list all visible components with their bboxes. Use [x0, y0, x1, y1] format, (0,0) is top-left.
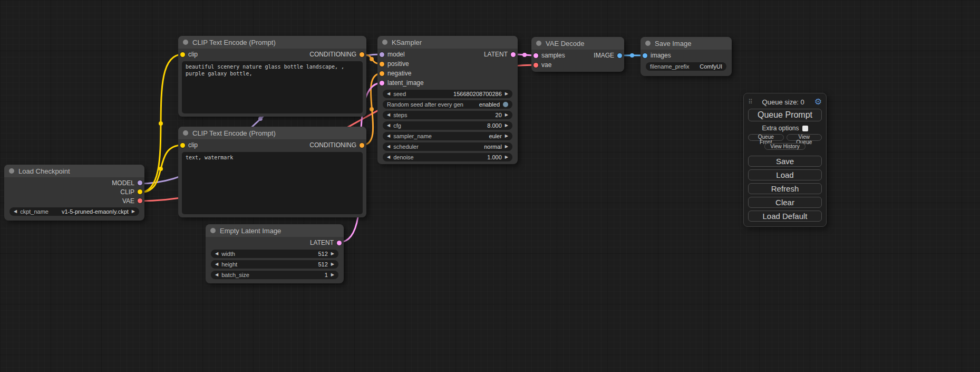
output-port-model[interactable]: [138, 180, 142, 185]
output-port-conditioning[interactable]: [360, 52, 364, 57]
node-title: Save Image: [655, 40, 691, 47]
node-ksampler[interactable]: KSampler model LATENT positive: [377, 36, 518, 164]
wire-midpoint-dot: [630, 53, 634, 58]
widget-random-seed-toggle[interactable]: Random seed after every gen enabled: [383, 100, 512, 109]
widget-seed[interactable]: ◀ seed 156680208700286 ▶: [383, 90, 512, 98]
collapse-dot-icon[interactable]: [382, 40, 387, 45]
collapse-dot-icon[interactable]: [536, 41, 541, 46]
arrow-left-icon[interactable]: ◀: [215, 262, 218, 266]
arrow-right-icon[interactable]: ▶: [505, 123, 508, 128]
arrow-right-icon[interactable]: ▶: [331, 252, 334, 256]
node-title-bar[interactable]: CLIP Text Encode (Prompt): [178, 127, 366, 139]
refresh-button[interactable]: Refresh: [748, 183, 822, 194]
load-default-button[interactable]: Load Default: [748, 211, 822, 222]
arrow-left-icon[interactable]: ◀: [387, 145, 390, 149]
arrow-left-icon[interactable]: ◀: [14, 209, 17, 214]
queue-size-label: Queue size: 0: [752, 98, 814, 106]
output-port-latent[interactable]: [511, 52, 516, 57]
arrow-right-icon[interactable]: ▶: [505, 92, 508, 96]
input-label-latent-image: latent_image: [387, 79, 424, 87]
node-title: Empty Latent Image: [220, 227, 281, 235]
queue-front-button[interactable]: Queue Front: [748, 134, 784, 141]
arrow-left-icon[interactable]: ◀: [387, 113, 390, 117]
collapse-dot-icon[interactable]: [183, 130, 188, 136]
gear-icon[interactable]: ⚙: [814, 98, 822, 106]
input-label-images: images: [651, 52, 671, 59]
output-port-conditioning[interactable]: [360, 143, 364, 148]
input-port-positive[interactable]: [380, 62, 384, 66]
collapse-dot-icon[interactable]: [210, 228, 216, 233]
output-port-image[interactable]: [617, 53, 622, 58]
input-port-samples[interactable]: [533, 53, 538, 58]
widget-label: batch_size: [221, 272, 249, 278]
node-empty-latent-image[interactable]: Empty Latent Image LATENT ◀ width 512 ▶ …: [206, 224, 344, 283]
widget-steps[interactable]: ◀ steps 20 ▶: [383, 111, 512, 119]
widget-filename-prefix[interactable]: filename_prefix ComfyUI: [646, 62, 726, 71]
node-save-image[interactable]: Save Image images filename_prefix ComfyU…: [641, 37, 732, 76]
arrow-right-icon[interactable]: ▶: [505, 155, 508, 159]
arrow-left-icon[interactable]: ◀: [387, 123, 390, 128]
input-port-negative[interactable]: [380, 71, 384, 76]
widget-width[interactable]: ◀ width 512 ▶: [211, 250, 338, 258]
widget-value: 512: [318, 251, 327, 257]
arrow-right-icon[interactable]: ▶: [505, 134, 508, 138]
drag-handle-icon[interactable]: ⠿: [748, 98, 752, 106]
arrow-left-icon[interactable]: ◀: [387, 134, 390, 138]
node-graph-canvas[interactable]: Load Checkpoint MODEL CLIP VAE: [0, 0, 980, 372]
output-port-clip[interactable]: [138, 189, 142, 194]
node-clip-text-encode-negative[interactable]: CLIP Text Encode (Prompt) clip CONDITION…: [178, 127, 366, 217]
arrow-right-icon[interactable]: ▶: [132, 209, 135, 214]
input-port-model[interactable]: [380, 52, 384, 57]
collapse-dot-icon[interactable]: [645, 41, 651, 46]
view-history-button[interactable]: View History: [764, 143, 806, 150]
widget-scheduler[interactable]: ◀ scheduler normal ▶: [383, 142, 512, 151]
arrow-right-icon[interactable]: ▶: [331, 262, 334, 266]
node-clip-text-encode-positive[interactable]: CLIP Text Encode (Prompt) clip CONDITION…: [178, 36, 366, 117]
widget-value: ComfyUI: [700, 63, 722, 70]
output-port-latent[interactable]: [337, 241, 342, 245]
arrow-left-icon[interactable]: ◀: [387, 92, 390, 96]
input-port-clip[interactable]: [180, 143, 185, 148]
input-port-vae[interactable]: [533, 63, 538, 68]
arrow-right-icon[interactable]: ▶: [505, 113, 508, 117]
arrow-left-icon[interactable]: ◀: [387, 155, 390, 159]
node-title-bar[interactable]: KSampler: [377, 36, 518, 49]
widget-label: steps: [393, 112, 407, 118]
widget-height[interactable]: ◀ height 512 ▶: [211, 260, 338, 269]
node-title-bar[interactable]: Save Image: [641, 37, 732, 50]
widget-sampler-name[interactable]: ◀ sampler_name euler ▶: [383, 132, 512, 140]
node-title-bar[interactable]: Empty Latent Image: [206, 224, 344, 237]
prompt-textarea[interactable]: text, watermark: [182, 152, 363, 214]
input-label-vae: vae: [541, 61, 551, 69]
widget-denoise[interactable]: ◀ denoise 1.000 ▶: [383, 153, 512, 161]
arrow-left-icon[interactable]: ◀: [215, 273, 218, 277]
output-label-image: IMAGE: [594, 52, 614, 59]
save-button[interactable]: Save: [748, 156, 822, 167]
output-port-vae[interactable]: [138, 198, 142, 203]
arrow-right-icon[interactable]: ▶: [505, 145, 508, 149]
node-load-checkpoint[interactable]: Load Checkpoint MODEL CLIP VAE: [4, 165, 144, 221]
input-port-latent-image[interactable]: [380, 81, 384, 85]
node-title: CLIP Text Encode (Prompt): [192, 39, 276, 46]
input-port-images[interactable]: [643, 53, 647, 58]
toggle-knob-icon[interactable]: [503, 102, 508, 107]
input-port-clip[interactable]: [180, 52, 185, 57]
collapse-dot-icon[interactable]: [9, 168, 14, 174]
widget-cfg[interactable]: ◀ cfg 8.000 ▶: [383, 121, 512, 130]
arrow-right-icon[interactable]: ▶: [331, 273, 334, 277]
node-title-bar[interactable]: Load Checkpoint: [4, 165, 144, 177]
view-queue-button[interactable]: View Queue: [787, 134, 822, 141]
clear-button[interactable]: Clear: [748, 197, 822, 208]
collapse-dot-icon[interactable]: [183, 40, 188, 45]
prompt-textarea[interactable]: beautiful scenery nature glass bottle la…: [182, 61, 363, 113]
node-title-bar[interactable]: VAE Decode: [531, 37, 624, 50]
load-button[interactable]: Load: [748, 169, 822, 180]
widget-batch-size[interactable]: ◀ batch_size 1 ▶: [211, 271, 338, 279]
queue-prompt-button[interactable]: Queue Prompt: [748, 109, 822, 121]
node-title-bar[interactable]: CLIP Text Encode (Prompt): [178, 36, 366, 49]
widget-ckpt-name[interactable]: ◀ ckpt_name v1-5-pruned-emaonly.ckpt ▶: [9, 207, 139, 216]
widget-value: 20: [496, 112, 502, 118]
node-vae-decode[interactable]: VAE Decode samples IMAGE vae: [531, 37, 624, 72]
arrow-left-icon[interactable]: ◀: [215, 252, 218, 256]
extra-options-checkbox[interactable]: [802, 126, 808, 131]
